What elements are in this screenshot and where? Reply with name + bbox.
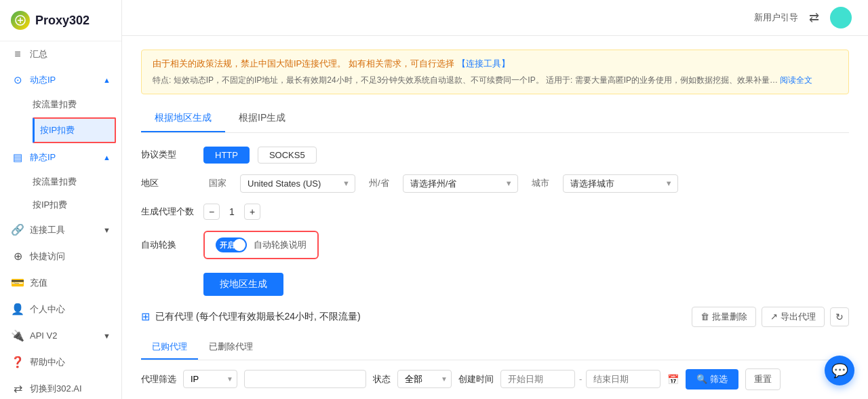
auto-switch-desc[interactable]: 自动轮换说明 bbox=[254, 239, 307, 251]
content-area: 由于相关的政策法规，禁止中国大陆IP连接代理。 如有相关需求，可自行选择 【连接… bbox=[122, 36, 868, 399]
help-icon: ❓ bbox=[11, 356, 24, 368]
warning-box: 由于相关的政策法规，禁止中国大陆IP连接代理。 如有相关需求，可自行选择 【连接… bbox=[141, 50, 849, 94]
sidebar-item-profile[interactable]: 👤 个人中心 bbox=[0, 296, 121, 322]
refresh-btn[interactable]: ↻ bbox=[830, 307, 849, 326]
topbar: 新用户引导 ⇄ bbox=[122, 0, 868, 36]
city-select[interactable]: 请选择城市 bbox=[563, 174, 678, 193]
ip-type-select-wrap: IP ▼ bbox=[183, 370, 237, 388]
province-select[interactable]: 请选择州/省 bbox=[403, 174, 518, 193]
sidebar-item-dynamic-ip[interactable]: ⊙ 动态IP ▲ bbox=[0, 67, 121, 93]
region-label: 地区 bbox=[141, 177, 195, 189]
country-label: 国家 bbox=[209, 177, 226, 189]
sidebar-item-static-ip-sub[interactable]: 按IP扣费 bbox=[27, 193, 121, 216]
sidebar-item-label: 个人中心 bbox=[30, 303, 65, 316]
count-value: 1 bbox=[225, 206, 239, 217]
count-row: 生成代理个数 − 1 + bbox=[141, 204, 849, 220]
export-btn[interactable]: ↗ 导出代理 bbox=[762, 307, 825, 327]
http-btn[interactable]: HTTP bbox=[203, 147, 250, 164]
quick-access-icon: ⊕ bbox=[11, 250, 24, 263]
sidebar-item-label: 动态IP bbox=[30, 74, 56, 86]
sub-tab-purchased[interactable]: 已购代理 bbox=[141, 335, 198, 360]
sidebar-item-label: 按IP扣费 bbox=[33, 199, 67, 211]
dynamic-ip-icon: ⊙ bbox=[11, 74, 24, 86]
province-select-wrap: 请选择州/省 ▼ bbox=[403, 174, 518, 193]
sub-tab-deleted[interactable]: 已删除代理 bbox=[198, 335, 264, 360]
calendar-icon[interactable]: 📅 bbox=[667, 374, 679, 385]
city-select-wrap: 请选择城市 ▼ bbox=[563, 174, 678, 193]
filter-submit-btn[interactable]: 🔍 筛选 bbox=[686, 369, 738, 390]
end-date-input[interactable] bbox=[586, 370, 660, 388]
chevron-down-icon: ▼ bbox=[103, 226, 111, 234]
sidebar-item-api[interactable]: 🔌 API V2 ▼ bbox=[0, 322, 121, 349]
chevron-up-icon: ▲ bbox=[103, 76, 111, 84]
read-more-link[interactable]: 阅读全文 bbox=[780, 75, 812, 85]
count-minus-btn[interactable]: − bbox=[203, 204, 220, 220]
main-content: 新用户引导 ⇄ 由于相关的政策法规，禁止中国大陆IP连接代理。 如有相关需求，可… bbox=[122, 0, 868, 399]
generate-btn[interactable]: 按地区生成 bbox=[203, 273, 283, 296]
chevron-down-icon: ▼ bbox=[103, 332, 111, 340]
sidebar-item-label: 快捷访问 bbox=[30, 250, 65, 263]
filter-row: 代理筛选 IP ▼ 状态 全部 有效 过期 ▼ 创建时 bbox=[141, 368, 849, 390]
export-icon: ↗ bbox=[770, 311, 778, 322]
auto-switch-row: 自动轮换 开启 自动轮换说明 bbox=[141, 231, 849, 259]
chat-icon: 💬 bbox=[831, 362, 848, 379]
ip-filter-input[interactable] bbox=[244, 370, 366, 388]
tab-by-ip[interactable]: 根据IP生成 bbox=[225, 105, 299, 132]
protocol-row: 协议类型 HTTP SOCKS5 bbox=[141, 147, 849, 164]
sidebar-item-tools[interactable]: 🔗 连接工具 ▼ bbox=[0, 216, 121, 243]
chat-fab[interactable]: 💬 bbox=[825, 356, 854, 385]
static-ip-submenu: 按流量扣费 按IP扣费 bbox=[0, 170, 121, 216]
ip-type-select[interactable]: IP bbox=[183, 370, 237, 388]
toggle-on-text: 开启 bbox=[220, 240, 235, 250]
sidebar-item-static-ip[interactable]: ▤ 静态IP ▲ bbox=[0, 145, 121, 170]
sidebar-item-label: 连接工具 bbox=[30, 224, 65, 236]
warning-title: 由于相关的政策法规，禁止中国大陆IP连接代理。 如有相关需求，可自行选择 【连接… bbox=[153, 57, 837, 71]
sidebar-item-quick-access[interactable]: ⊕ 快捷访问 bbox=[0, 243, 121, 269]
sidebar-item-label: 按流量扣费 bbox=[33, 98, 77, 111]
avatar[interactable] bbox=[830, 7, 852, 28]
recharge-icon: 💳 bbox=[11, 276, 24, 289]
sidebar-item-label: 按IP扣费 bbox=[40, 124, 75, 136]
socks5-btn[interactable]: SOCKS5 bbox=[258, 147, 317, 164]
create-time-label: 创建时间 bbox=[458, 373, 494, 385]
filter-reset-btn[interactable]: 重置 bbox=[745, 368, 781, 390]
sidebar-item-recharge[interactable]: 💳 充值 bbox=[0, 269, 121, 296]
language-icon[interactable]: ⇄ bbox=[809, 10, 819, 25]
batch-delete-btn[interactable]: 🗑 批量删除 bbox=[692, 307, 756, 327]
country-select-wrap: United States (US) ▼ bbox=[240, 174, 355, 193]
sidebar-item-label: 帮助中心 bbox=[30, 356, 65, 368]
sidebar-item-static-traffic[interactable]: 按流量扣费 bbox=[27, 170, 121, 193]
start-date-input[interactable] bbox=[500, 370, 575, 388]
gen-btn-row: 按地区生成 bbox=[141, 270, 849, 296]
auto-switch-toggle[interactable]: 开启 bbox=[216, 238, 247, 252]
sidebar-item-switch-302[interactable]: ⇄ 切换到302.AI bbox=[0, 375, 121, 399]
existing-proxies-header: ⊞ 已有代理 (每个代理有效期最长24小时, 不限流量) 🗑 批量删除 ↗ 导出… bbox=[141, 307, 849, 327]
protocol-label: 协议类型 bbox=[141, 149, 195, 161]
new-user-guide-link[interactable]: 新用户引导 bbox=[754, 12, 798, 24]
auto-switch-box: 开启 自动轮换说明 bbox=[203, 231, 319, 259]
status-select-wrap: 全部 有效 过期 ▼ bbox=[397, 370, 452, 388]
sidebar: Proxy302 ≡ 汇总 ⊙ 动态IP ▲ 按流量扣费 按IP扣费 ▤ 静态I… bbox=[0, 0, 122, 399]
sidebar-item-help[interactable]: ❓ 帮助中心 bbox=[0, 349, 121, 375]
delete-icon: 🗑 bbox=[701, 311, 709, 322]
sidebar-item-by-traffic[interactable]: 按流量扣费 bbox=[27, 93, 121, 116]
sidebar-item-label: 充值 bbox=[30, 277, 47, 289]
sidebar-item-label: 汇总 bbox=[30, 48, 47, 60]
logo: Proxy302 bbox=[0, 0, 121, 41]
status-label: 状态 bbox=[373, 373, 391, 385]
chevron-up-icon: ▲ bbox=[103, 153, 111, 162]
country-select[interactable]: United States (US) bbox=[240, 174, 355, 193]
date-range-wrap: - 📅 bbox=[500, 370, 679, 388]
sidebar-item-label: 静态IP bbox=[30, 151, 56, 164]
status-select[interactable]: 全部 有效 过期 bbox=[397, 370, 452, 388]
sidebar-item-summary[interactable]: ≡ 汇总 bbox=[0, 41, 121, 67]
sub-tab-bar: 已购代理 已删除代理 bbox=[141, 335, 849, 360]
city-label: 城市 bbox=[532, 177, 549, 189]
count-plus-btn[interactable]: + bbox=[244, 204, 260, 220]
sidebar-item-by-ip[interactable]: 按IP扣费 bbox=[33, 117, 116, 143]
tab-bar: 根据地区生成 根据IP生成 bbox=[141, 105, 849, 133]
tab-by-region[interactable]: 根据地区生成 bbox=[141, 105, 225, 132]
toggle-wrap: 开启 bbox=[216, 238, 247, 252]
connect-tools-link[interactable]: 【连接工具】 bbox=[457, 58, 510, 69]
tools-icon: 🔗 bbox=[11, 223, 24, 236]
